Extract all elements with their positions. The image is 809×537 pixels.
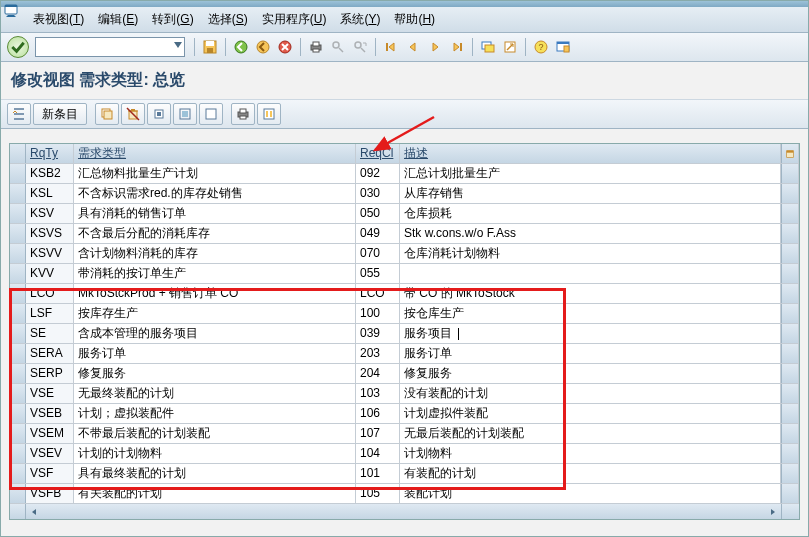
row-selector[interactable]	[10, 464, 26, 483]
cell-reqcl[interactable]: 092	[356, 164, 400, 183]
cell-reqcl[interactable]: 104	[356, 444, 400, 463]
print-icon[interactable]	[306, 37, 326, 57]
cell-desc[interactable]: 无最后装配的计划装配	[400, 424, 781, 443]
cell-rtype[interactable]: 服务订单	[74, 344, 356, 363]
cell-rqty[interactable]: KSV	[26, 204, 74, 223]
cell-rtype[interactable]: 无最终装配的计划	[74, 384, 356, 403]
cell-reqcl[interactable]: 203	[356, 344, 400, 363]
cell-reqcl[interactable]: 101	[356, 464, 400, 483]
cell-reqcl[interactable]: 106	[356, 404, 400, 423]
menu-g[interactable]: 转到(G)	[146, 9, 199, 30]
cell-rtype[interactable]: 含成本管理的服务项目	[74, 324, 356, 343]
cell-rqty[interactable]: LSF	[26, 304, 74, 323]
cell-rqty[interactable]: SERA	[26, 344, 74, 363]
cell-reqcl[interactable]: 055	[356, 264, 400, 283]
first-page-icon[interactable]	[381, 37, 401, 57]
back-icon[interactable]	[231, 37, 251, 57]
cell-rqty[interactable]: SE	[26, 324, 74, 343]
cancel-icon[interactable]	[275, 37, 295, 57]
table-row[interactable]: VSF具有最终装配的计划101有装配的计划	[10, 464, 799, 484]
scroll-right-icon[interactable]	[765, 504, 781, 519]
cell-rtype[interactable]: 计划；虚拟装配件	[74, 404, 356, 423]
row-selector[interactable]	[10, 324, 26, 343]
cell-desc[interactable]: 仓库消耗计划物料	[400, 244, 781, 263]
table-row[interactable]: VSEB计划；虚拟装配件106计划虚拟件装配	[10, 404, 799, 424]
print-button[interactable]	[231, 103, 255, 125]
cell-rtype[interactable]: 按库存生产	[74, 304, 356, 323]
table-row[interactable]: VSE无最终装配的计划103没有装配的计划	[10, 384, 799, 404]
row-selector[interactable]	[10, 384, 26, 403]
cell-reqcl[interactable]: 050	[356, 204, 400, 223]
table-row[interactable]: LSF按库存生产100按仓库生产	[10, 304, 799, 324]
row-selector[interactable]	[10, 244, 26, 263]
row-selector[interactable]	[10, 444, 26, 463]
menu-s[interactable]: 选择(S)	[202, 9, 254, 30]
menu-e[interactable]: 编辑(E)	[92, 9, 144, 30]
new-entries-button[interactable]: 新条目	[33, 103, 87, 125]
cell-reqcl[interactable]: LCO	[356, 284, 400, 303]
table-row[interactable]: VSFB有关装配的计划105装配计划	[10, 484, 799, 504]
select-all-column[interactable]	[10, 144, 26, 163]
cell-rtype[interactable]: 有关装配的计划	[74, 484, 356, 503]
table-row[interactable]: LCOMkToStckProd + 销售订单 COLCO带 CO 的 MkToS…	[10, 284, 799, 304]
cell-reqcl[interactable]: 105	[356, 484, 400, 503]
find-next-icon[interactable]	[350, 37, 370, 57]
header-desc[interactable]: 描述	[400, 144, 781, 163]
row-selector[interactable]	[10, 424, 26, 443]
cell-rtype[interactable]: 具有消耗的销售订单	[74, 204, 356, 223]
cell-desc[interactable]	[400, 264, 781, 283]
table-row[interactable]: VSEM不带最后装配的计划装配107无最后装配的计划装配	[10, 424, 799, 444]
cell-desc[interactable]: 没有装配的计划	[400, 384, 781, 403]
select-all-button[interactable]	[173, 103, 197, 125]
prev-page-icon[interactable]	[403, 37, 423, 57]
cell-desc[interactable]: 服务订单	[400, 344, 781, 363]
create-session-icon[interactable]	[478, 37, 498, 57]
cell-desc[interactable]: Stk w.cons.w/o F.Ass	[400, 224, 781, 243]
customize-layout-icon[interactable]	[553, 37, 573, 57]
cell-rtype[interactable]: 带消耗的按订单生产	[74, 264, 356, 283]
cell-rqty[interactable]: KSB2	[26, 164, 74, 183]
cell-desc[interactable]: 服务项目	[400, 324, 781, 343]
session-icon[interactable]	[3, 2, 19, 18]
field-help-button[interactable]	[257, 103, 281, 125]
row-selector[interactable]	[10, 484, 26, 503]
row-selector[interactable]	[10, 164, 26, 183]
command-field[interactable]	[35, 37, 185, 57]
undo-button[interactable]	[147, 103, 171, 125]
cell-rqty[interactable]: VSEB	[26, 404, 74, 423]
cell-rqty[interactable]: KVV	[26, 264, 74, 283]
table-row[interactable]: KVV带消耗的按订单生产055	[10, 264, 799, 284]
cell-rqty[interactable]: SERP	[26, 364, 74, 383]
delete-button[interactable]	[121, 103, 145, 125]
cell-reqcl[interactable]: 100	[356, 304, 400, 323]
cell-rtype[interactable]: 计划的计划物料	[74, 444, 356, 463]
row-selector[interactable]	[10, 304, 26, 323]
cell-rqty[interactable]: KSVV	[26, 244, 74, 263]
table-row[interactable]: KSVS不含最后分配的消耗库存049Stk w.cons.w/o F.Ass	[10, 224, 799, 244]
table-row[interactable]: KSV具有消耗的销售订单050仓库损耗	[10, 204, 799, 224]
cell-reqcl[interactable]: 107	[356, 424, 400, 443]
table-row[interactable]: SE含成本管理的服务项目039服务项目	[10, 324, 799, 344]
menu-t[interactable]: 表视图(T)	[27, 9, 90, 30]
cell-desc[interactable]: 仓库损耗	[400, 204, 781, 223]
cell-rqty[interactable]: VSE	[26, 384, 74, 403]
cell-rtype[interactable]: 不含最后分配的消耗库存	[74, 224, 356, 243]
cell-rtype[interactable]: 不含标识需求red.的库存处销售	[74, 184, 356, 203]
menu-h[interactable]: 帮助(H)	[388, 9, 441, 30]
row-selector[interactable]	[10, 184, 26, 203]
header-rtype[interactable]: 需求类型	[74, 144, 356, 163]
find-icon[interactable]	[328, 37, 348, 57]
next-page-icon[interactable]	[425, 37, 445, 57]
cell-reqcl[interactable]: 039	[356, 324, 400, 343]
column-config-icon[interactable]	[781, 144, 799, 163]
generate-shortcut-icon[interactable]	[500, 37, 520, 57]
enter-button[interactable]	[7, 36, 29, 58]
row-selector[interactable]	[10, 364, 26, 383]
menu-u[interactable]: 实用程序(U)	[256, 9, 333, 30]
cell-desc[interactable]: 按仓库生产	[400, 304, 781, 323]
expand-all-button[interactable]	[7, 103, 31, 125]
cell-rqty[interactable]: LCO	[26, 284, 74, 303]
cell-desc[interactable]: 计划虚拟件装配	[400, 404, 781, 423]
table-row[interactable]: KSVV含计划物料消耗的库存070仓库消耗计划物料	[10, 244, 799, 264]
last-page-icon[interactable]	[447, 37, 467, 57]
